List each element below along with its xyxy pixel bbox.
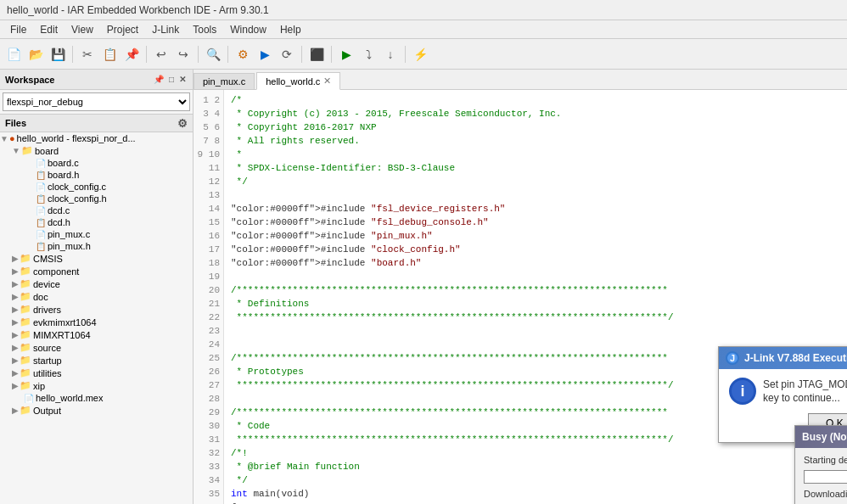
expand-icon[interactable]: ▶: [12, 406, 19, 415]
flash-button[interactable]: ⚡: [410, 44, 430, 64]
expand-icon[interactable]: ▶: [12, 305, 19, 314]
folder-icon: 📁: [20, 291, 31, 302]
workspace-pin-button[interactable]: 📌: [152, 75, 165, 84]
tab-label: pin_mux.c: [203, 76, 245, 87]
tree-item-device[interactable]: ▶📁device: [0, 277, 193, 290]
tree-item-evkmimxrt1064[interactable]: ▶📁evkmimxrt1064: [0, 316, 193, 328]
rebuild-button[interactable]: ⟳: [277, 44, 297, 64]
tab-hello_world-c[interactable]: hello_world.c✕: [256, 72, 340, 90]
build-button[interactable]: ▶: [255, 44, 275, 64]
tree-item-doc[interactable]: ▶📁doc: [0, 290, 193, 303]
progress-dialog[interactable]: Busy (Not Responding) Starting debugger …: [794, 425, 847, 504]
expand-icon[interactable]: ▶: [12, 279, 19, 288]
tree-item-dcd.c[interactable]: 📄dcd.c: [0, 204, 193, 216]
jlink-message-row: i Set pin JTAG_MOD => 1 and press any ke…: [729, 378, 847, 405]
tree-item-xip[interactable]: ▶📁xip: [0, 379, 193, 392]
expand-icon[interactable]: ▶: [12, 266, 19, 276]
tree-item-clock_config.c[interactable]: 📄clock_config.c: [0, 181, 193, 193]
tab-bar: pin_mux.chello_world.c✕: [194, 70, 847, 90]
tree-item-Output[interactable]: ▶📁Output: [0, 404, 193, 417]
file_mex-icon: 📄: [24, 394, 34, 403]
tree-item-board[interactable]: ▼📁board: [0, 144, 193, 157]
redo-button[interactable]: ↪: [173, 44, 194, 64]
menu-item-tools[interactable]: Tools: [186, 22, 223, 37]
compile-button[interactable]: ⚙: [233, 44, 253, 64]
expand-icon[interactable]: ▶: [12, 356, 19, 365]
save-button[interactable]: 💾: [48, 44, 68, 64]
open-button[interactable]: 📂: [25, 44, 46, 64]
tab-pin_mux-c[interactable]: pin_mux.c: [194, 73, 255, 89]
expand-icon[interactable]: ▼: [12, 146, 20, 155]
expand-icon[interactable]: ▶: [12, 292, 19, 301]
toolbar: 📄 📂 💾 ✂ 📋 📌 ↩ ↪ 🔍 ⚙ ▶ ⟳ ⬛ ▶ ⤵ ↓ ⚡: [0, 39, 847, 70]
menu-item-help[interactable]: Help: [273, 22, 308, 37]
expand-icon[interactable]: ▶: [12, 330, 19, 339]
tree-item-startup[interactable]: ▶📁startup: [0, 354, 193, 367]
undo-button[interactable]: ↩: [151, 44, 171, 64]
menu-item-view[interactable]: View: [65, 22, 100, 37]
tree-item-source[interactable]: ▶📁source: [0, 341, 193, 354]
files-settings-icon[interactable]: ⚙: [177, 117, 188, 130]
tree-label: startup: [33, 356, 62, 366]
search-button[interactable]: 🔍: [203, 44, 223, 64]
file_h-icon: 📋: [36, 171, 46, 180]
expand-icon[interactable]: ▶: [12, 368, 19, 378]
sep6: [331, 46, 332, 63]
stop-button[interactable]: ⬛: [306, 44, 327, 64]
tree-item-CMSIS[interactable]: ▶📁CMSIS: [0, 252, 193, 265]
tree-label: utilities: [33, 368, 62, 378]
paste-button[interactable]: 📌: [121, 44, 142, 64]
step-over-button[interactable]: ⤵: [358, 44, 379, 64]
tree-item-MIMXRT1064[interactable]: ▶📁MIMXRT1064: [0, 328, 193, 341]
tab-close-button[interactable]: ✕: [323, 76, 331, 87]
tree-item-component[interactable]: ▶📁component: [0, 265, 193, 277]
main-area: Workspace 📌 □ ✕ flexspi_nor_debug Files …: [0, 70, 847, 504]
sep1: [72, 46, 73, 63]
tree-label: MIMXRT1064: [33, 330, 91, 340]
tree-label: dcd.c: [48, 205, 70, 216]
new-button[interactable]: 📄: [3, 44, 24, 64]
tree-item-clock_config.h[interactable]: 📋clock_config.h: [0, 193, 193, 204]
tree-item-pin_mux.c[interactable]: 📄pin_mux.c: [0, 228, 193, 240]
jlink-dialog-icon: J: [726, 351, 739, 365]
cut-button[interactable]: ✂: [77, 44, 98, 64]
file_c-icon: 📄: [36, 230, 46, 239]
tree-label: dcd.h: [48, 217, 70, 227]
tree-item-drivers[interactable]: ▶📁drivers: [0, 303, 193, 316]
code-area: 1 2 3 4 5 6 7 8 9 10 11 12 13 14 15 16 1…: [194, 90, 847, 504]
menu-item-j-link[interactable]: J-Link: [145, 22, 186, 37]
menu-item-file[interactable]: File: [3, 22, 33, 37]
tree-item-board.c[interactable]: 📄board.c: [0, 157, 193, 169]
file-tree: ▼●hello_world - flexspi_nor_d...▼📁board📄…: [0, 132, 193, 504]
tree-item-hello_world[interactable]: ▼●hello_world - flexspi_nor_d...: [0, 132, 193, 144]
step-into-button[interactable]: ↓: [380, 44, 401, 64]
expand-icon[interactable]: ▶: [12, 317, 19, 327]
tree-label: pin_mux.h: [48, 241, 91, 251]
expand-icon[interactable]: ▶: [12, 343, 19, 352]
tree-label: xip: [33, 381, 45, 391]
expand-icon[interactable]: ▶: [12, 254, 19, 263]
menu-item-project[interactable]: Project: [100, 22, 145, 37]
copy-button[interactable]: 📋: [99, 44, 120, 64]
debug-button[interactable]: ▶: [336, 44, 356, 64]
tree-item-dcd.h[interactable]: 📋dcd.h: [0, 216, 193, 228]
file_c-icon: 📄: [36, 206, 46, 216]
workspace-float-button[interactable]: □: [167, 75, 176, 84]
workspace-select[interactable]: flexspi_nor_debug: [3, 92, 190, 111]
tree-item-hello_world.mex[interactable]: 📄hello_world.mex: [0, 392, 193, 404]
file_h-icon: 📋: [36, 218, 46, 227]
jlink-message-text: Set pin JTAG_MOD => 1 and press any key …: [763, 378, 847, 405]
progress-download-label: Downloading: Downloading: [804, 489, 847, 499]
workspace-close-button[interactable]: ✕: [177, 75, 188, 84]
menu-item-edit[interactable]: Edit: [33, 22, 65, 37]
expand-icon[interactable]: ▼: [0, 134, 8, 143]
folder-icon: 📁: [20, 304, 31, 315]
tree-item-pin_mux.h[interactable]: 📋pin_mux.h: [0, 240, 193, 252]
tree-label: clock_config.h: [48, 193, 107, 204]
tree-item-board.h[interactable]: 📋board.h: [0, 169, 193, 181]
menu-bar: FileEditViewProjectJ-LinkToolsWindowHelp: [0, 20, 847, 39]
jlink-dialog-title: J-Link V7.88d Executing PCode: [744, 352, 847, 364]
tree-item-utilities[interactable]: ▶📁utilities: [0, 367, 193, 379]
menu-item-window[interactable]: Window: [223, 22, 273, 37]
expand-icon[interactable]: ▶: [12, 381, 19, 390]
